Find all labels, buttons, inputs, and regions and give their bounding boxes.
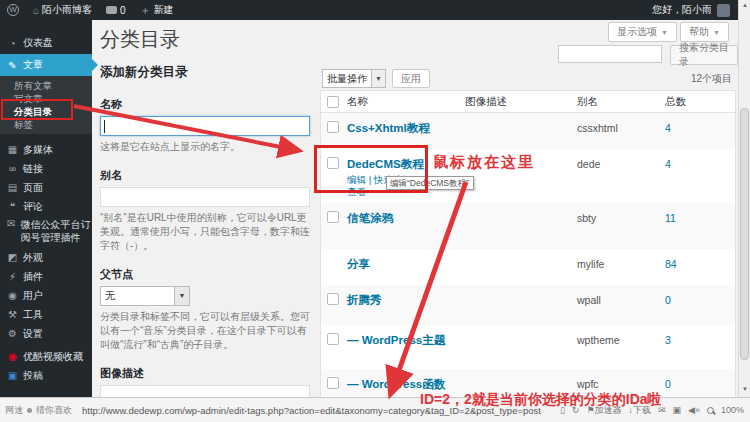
category-count-link[interactable]: 3 — [665, 325, 735, 346]
sidebar-item-appearance[interactable]: ◩外观 — [0, 248, 92, 267]
table-header-row: 名称 图像描述 别名 总数 — [321, 91, 735, 113]
category-slug: wptheme — [577, 325, 665, 346]
refresh-icon[interactable]: ↻ — [572, 405, 580, 415]
sidebar-item-submit[interactable]: ▣投稿 — [0, 366, 92, 385]
sidebar-item-write-post[interactable]: 写文章 — [0, 92, 92, 105]
avatar[interactable] — [717, 4, 730, 17]
wechat-icon: ✉ — [7, 218, 15, 229]
sidebar-item-youku[interactable]: ◉优酷视频收藏 — [0, 347, 92, 366]
new-content-menu[interactable]: ＋新建 — [133, 0, 181, 20]
apply-button[interactable]: 应用 — [392, 69, 430, 88]
sidebar-item-wechat-plugin[interactable]: ✉微信公众平台订阅号管理插件 — [0, 216, 92, 248]
posts-icon: ✎ — [7, 60, 18, 71]
scroll-up-icon[interactable]: ▲ — [739, 2, 750, 8]
search-categories-button[interactable]: 搜索分类目录 — [670, 45, 738, 65]
description-label: 图像描述 — [100, 366, 312, 381]
text-caret — [104, 120, 105, 133]
table-row-hovered: DedeCMS教程 编辑 | 快速编辑 | 删除 | 查看 dede 4 — [321, 149, 735, 203]
slug-label: 别名 — [100, 168, 312, 183]
sidebar-item-categories[interactable]: 分类目录 — [0, 105, 92, 118]
form-title: 添加新分类目录 — [100, 64, 312, 81]
window-icon[interactable]: ▣ — [673, 405, 682, 415]
phone-icon[interactable]: ▯ — [560, 405, 565, 415]
scroll-down-icon[interactable]: ▼ — [739, 386, 750, 392]
speaker-icon[interactable]: ◀» — [688, 405, 700, 415]
status-url: http://www.dedewp.com/wp-admin/edit-tags… — [82, 405, 541, 416]
sidebar-item-media[interactable]: ▦多媒体 — [0, 140, 92, 159]
name-label: 名称 — [100, 97, 312, 112]
name-input[interactable] — [100, 116, 310, 136]
dashboard-icon: ◔ — [7, 38, 18, 49]
row-checkbox[interactable] — [327, 333, 339, 345]
category-count-link[interactable]: 4 — [665, 113, 735, 134]
site-link[interactable]: ⌂陌小雨博客 — [26, 0, 99, 20]
row-checkbox[interactable] — [327, 157, 339, 169]
category-name-link[interactable]: 信笔涂鸦 — [347, 203, 465, 226]
category-slug: cssxhtml — [577, 113, 665, 134]
category-slug: dede — [577, 149, 665, 170]
category-count-link[interactable]: 11 — [665, 203, 735, 224]
table-row: — WordPress函数 wpfc 0 — [321, 369, 735, 397]
slug-input[interactable] — [100, 187, 310, 207]
sidebar-item-posts[interactable]: ✎文章 — [0, 54, 92, 76]
category-name-link[interactable]: 折腾秀 — [347, 285, 465, 308]
help-button[interactable]: 帮助▼ — [680, 22, 729, 42]
comment-bubble-icon — [106, 6, 117, 14]
category-name-link[interactable]: Css+Xhtml教程 — [347, 113, 465, 136]
row-checkbox[interactable] — [327, 211, 339, 223]
sidebar-item-dashboard[interactable]: ◔仪表盘 — [0, 32, 92, 54]
category-count-link[interactable]: 0 — [665, 369, 735, 390]
bulk-actions-select[interactable]: 批量操作▼ — [322, 69, 386, 88]
user-greeting[interactable]: 您好，陌小雨 — [652, 3, 712, 17]
select-all-checkbox[interactable] — [327, 96, 339, 108]
plugins-icon: ⚡ — [7, 271, 18, 282]
sidebar-item-all-posts[interactable]: 所有文章 — [0, 79, 92, 92]
guess-you-like-label[interactable]: 猜你喜欢 — [36, 404, 72, 417]
category-name-link[interactable]: 分享 — [347, 249, 465, 272]
category-count-link[interactable]: 0 — [665, 285, 735, 306]
select-dropdown-icon: ▼ — [371, 70, 385, 87]
wordpress-menu[interactable]: W — [0, 0, 26, 20]
table-row: — WordPress主题 wptheme 3 — [321, 325, 735, 369]
sidebar-item-users[interactable]: ◉用户 — [0, 286, 92, 305]
mail-icon[interactable]: ✉ — [658, 405, 666, 415]
select-dropdown-icon: ▼ — [174, 287, 189, 305]
comments-shortcut[interactable]: 0 — [99, 0, 133, 20]
media-icon: ▦ — [7, 144, 18, 155]
accelerator-button[interactable]: ⚑加速器 — [586, 404, 621, 417]
chevron-down-icon: ▼ — [661, 29, 668, 36]
screen-options-button[interactable]: 显示选项▼ — [608, 22, 677, 42]
category-count-link[interactable]: 4 — [665, 149, 735, 170]
browser-window: W ⌂陌小雨博客 0 ＋新建 您好，陌小雨 ◔仪表盘 ✎文章 所有文章 写文章 … — [0, 0, 750, 422]
row-checkbox[interactable] — [327, 293, 339, 305]
sidebar-item-comments[interactable]: ❝评论 — [0, 197, 92, 216]
search-categories-input[interactable] — [558, 45, 662, 63]
wordpress-logo-icon: W — [7, 4, 19, 16]
sidebar-item-settings[interactable]: ⚙设置 — [0, 324, 92, 343]
youku-icon: ◉ — [7, 351, 18, 362]
category-name-link[interactable]: — WordPress函数 — [347, 369, 465, 392]
parent-select[interactable]: 无▼ — [100, 286, 190, 306]
row-checkbox[interactable] — [327, 377, 339, 389]
sidebar-item-tools[interactable]: ⚒工具 — [0, 305, 92, 324]
description-textarea[interactable] — [100, 385, 310, 397]
browser-status-bar: 网速 猜你喜欢 http://www.dedewp.com/wp-admin/e… — [0, 397, 750, 422]
zoom-level[interactable]: 100% — [721, 405, 744, 415]
main-content: 分类目录 显示选项▼ 帮助▼ 搜索分类目录 添加新分类目录 名称 这将是它在站点… — [92, 20, 738, 397]
sidebar-item-links[interactable]: ∞链接 — [0, 159, 92, 178]
vertical-scrollbar[interactable]: ▲ ▼ — [738, 0, 750, 397]
row-checkbox[interactable] — [327, 121, 339, 133]
links-icon: ∞ — [7, 163, 18, 174]
category-name-link[interactable]: DedeCMS教程 — [347, 149, 465, 172]
sidebar-item-tags[interactable]: 标签 — [0, 118, 92, 131]
settings-icon: ⚙ — [7, 328, 18, 339]
zoom-magnifier-icon[interactable] — [707, 407, 714, 414]
category-name-link[interactable]: — WordPress主题 — [347, 325, 465, 348]
sidebar-item-plugins[interactable]: ⚡插件 — [0, 267, 92, 286]
scrollbar-thumb[interactable] — [740, 108, 749, 360]
category-count-link[interactable]: 84 — [665, 249, 735, 270]
add-category-form: 添加新分类目录 名称 这将是它在站点上显示的名字。 别名 “别名”是在URL中使… — [100, 64, 312, 397]
download-button[interactable]: ↓下载 — [628, 404, 651, 417]
link-tooltip: 编辑“DedeCMS教程” — [386, 176, 474, 190]
sidebar-item-pages[interactable]: ▤页面 — [0, 178, 92, 197]
